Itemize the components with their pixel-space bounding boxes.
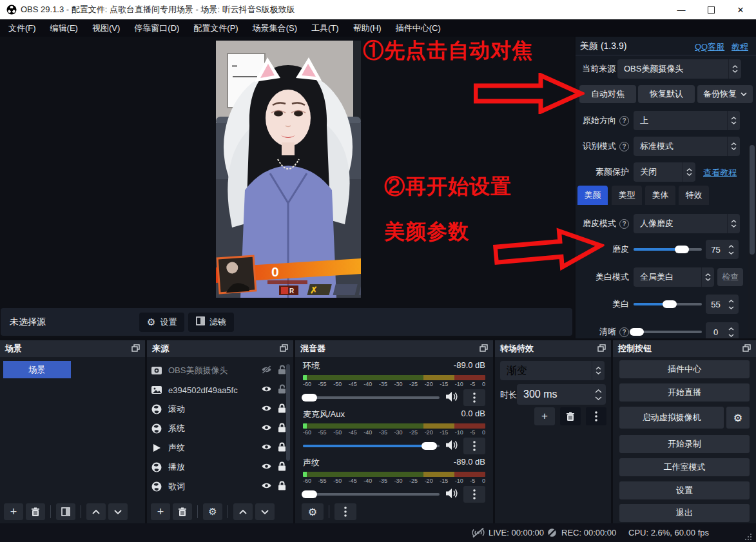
help-icon[interactable]: ? bbox=[619, 219, 629, 229]
source-row[interactable]: 系统 bbox=[151, 419, 286, 438]
source-row[interactable]: e394502df49aa5fc bbox=[151, 380, 286, 400]
tab-effects[interactable]: 特效 bbox=[679, 186, 709, 205]
lock-closed-icon[interactable] bbox=[278, 403, 286, 415]
eye-icon[interactable] bbox=[261, 404, 272, 414]
remove-source-button[interactable] bbox=[173, 503, 192, 520]
duration-spinbox[interactable]: 300 ms bbox=[517, 384, 606, 405]
orientation-select[interactable]: 上 bbox=[634, 111, 740, 130]
whiten-mode-select[interactable]: 全局美白 bbox=[634, 267, 714, 287]
menu-view[interactable]: 视图(V) bbox=[85, 19, 127, 37]
whiten-spinbox[interactable]: 55 bbox=[706, 295, 739, 314]
popout-icon[interactable] bbox=[597, 344, 606, 354]
source-properties-button[interactable]: ⚙ bbox=[203, 503, 222, 520]
mixer-settings-button[interactable]: ⚙ bbox=[302, 503, 324, 520]
volume-slider[interactable] bbox=[303, 442, 440, 450]
speaker-icon[interactable] bbox=[445, 488, 458, 501]
scene-filters-button[interactable] bbox=[56, 503, 75, 520]
close-button[interactable]: ✕ bbox=[726, 0, 755, 19]
resize-grip[interactable] bbox=[744, 527, 752, 542]
view-tutorial-link[interactable]: 查看教程 bbox=[703, 167, 737, 179]
eye-icon[interactable] bbox=[261, 462, 272, 472]
lock-closed-icon[interactable] bbox=[278, 423, 286, 434]
volume-slider[interactable] bbox=[303, 394, 440, 402]
popout-icon[interactable] bbox=[280, 344, 288, 354]
eye-slash-icon[interactable] bbox=[261, 365, 272, 376]
lock-open-icon[interactable] bbox=[278, 384, 286, 396]
minimize-button[interactable]: — bbox=[666, 0, 696, 19]
speaker-icon[interactable] bbox=[445, 391, 458, 405]
lock-open-icon[interactable] bbox=[278, 365, 286, 376]
menu-profile[interactable]: 配置文件(P) bbox=[186, 19, 245, 37]
move-source-down-button[interactable] bbox=[255, 503, 275, 520]
start-recording-button[interactable]: 开始录制 bbox=[619, 435, 750, 453]
properties-button[interactable]: ⚙ 设置 bbox=[139, 313, 184, 332]
move-source-up-button[interactable] bbox=[233, 503, 253, 520]
menu-file[interactable]: 文件(F) bbox=[1, 19, 43, 37]
source-row[interactable]: 歌词 bbox=[151, 477, 286, 496]
smooth-mode-select[interactable]: 人像磨皮 bbox=[634, 214, 740, 233]
add-source-button[interactable]: + bbox=[151, 503, 170, 520]
bare-face-protect-select[interactable]: 关闭 bbox=[634, 162, 695, 182]
beauty-scrollbar[interactable] bbox=[748, 145, 756, 338]
menu-scene-collection[interactable]: 场景集合(S) bbox=[246, 19, 304, 37]
help-icon[interactable]: ? bbox=[619, 116, 629, 126]
autofocus-button[interactable]: 自动对焦 bbox=[579, 85, 636, 103]
backup-restore-button[interactable]: 备份恢复 bbox=[697, 85, 753, 103]
start-streaming-button[interactable]: 开始直播 bbox=[619, 383, 750, 402]
tab-reshape[interactable]: 美型 bbox=[612, 186, 642, 205]
start-virtual-camera-button[interactable]: 启动虚拟摄像机 bbox=[619, 407, 724, 429]
add-transition-button[interactable]: + bbox=[534, 407, 555, 425]
studio-mode-button[interactable]: 工作室模式 bbox=[619, 458, 750, 476]
lock-closed-icon[interactable] bbox=[278, 461, 286, 473]
move-scene-down-button[interactable] bbox=[108, 503, 128, 520]
mixer-menu-button[interactable] bbox=[334, 503, 356, 520]
sources-scrollbar-thumb[interactable] bbox=[286, 364, 290, 461]
eye-icon[interactable] bbox=[261, 443, 272, 453]
clarity-spinbox[interactable]: 0 bbox=[706, 322, 739, 338]
source-row[interactable]: OBS美颜摄像头 bbox=[151, 361, 286, 380]
tutorial-link[interactable]: 教程 bbox=[732, 41, 748, 53]
add-scene-button[interactable]: + bbox=[4, 503, 23, 520]
eye-icon[interactable] bbox=[261, 423, 272, 434]
eye-icon[interactable] bbox=[261, 481, 272, 492]
channel-menu-button[interactable] bbox=[463, 438, 485, 454]
popout-icon[interactable] bbox=[742, 344, 751, 354]
source-row[interactable]: 声纹 bbox=[151, 438, 286, 458]
remove-transition-button[interactable] bbox=[560, 407, 581, 425]
transition-menu-button[interactable] bbox=[586, 407, 606, 425]
menu-plugin-center[interactable]: 插件中心(C) bbox=[389, 19, 448, 37]
help-icon[interactable]: ? bbox=[619, 142, 629, 151]
qq-support-link[interactable]: QQ客服 bbox=[695, 41, 724, 53]
channel-menu-button[interactable] bbox=[463, 389, 485, 406]
lock-closed-icon[interactable] bbox=[278, 442, 286, 454]
speaker-icon[interactable] bbox=[445, 440, 458, 453]
popout-icon[interactable] bbox=[480, 344, 488, 354]
clarity-slider[interactable] bbox=[634, 328, 702, 336]
scrollbar-thumb[interactable] bbox=[750, 145, 755, 255]
tab-beauty[interactable]: 美颜 bbox=[577, 186, 608, 205]
spinner-icon[interactable] bbox=[728, 59, 741, 79]
filters-button[interactable]: 滤镜 bbox=[188, 313, 234, 332]
current-source-select[interactable]: OBS美颜摄像头 bbox=[617, 59, 741, 79]
channel-menu-button[interactable] bbox=[463, 486, 485, 503]
restore-default-button[interactable]: 恢复默认 bbox=[638, 85, 695, 103]
exit-button[interactable]: 退出 bbox=[619, 504, 750, 522]
volume-slider[interactable] bbox=[303, 490, 440, 498]
whiten-slider[interactable] bbox=[634, 300, 702, 308]
recognition-mode-select[interactable]: 标准模式 bbox=[634, 137, 740, 156]
source-row[interactable]: 滚动 bbox=[151, 400, 286, 419]
help-icon[interactable]: ? bbox=[619, 327, 629, 337]
menu-help[interactable]: 帮助(H) bbox=[346, 19, 389, 37]
eye-icon[interactable] bbox=[261, 385, 272, 395]
move-scene-up-button[interactable] bbox=[86, 503, 106, 520]
source-row[interactable]: 播放 bbox=[151, 458, 286, 477]
menu-docks[interactable]: 停靠窗口(D) bbox=[127, 19, 186, 37]
maximize-button[interactable] bbox=[696, 0, 726, 19]
scene-item-selected[interactable]: 场景 bbox=[3, 361, 71, 378]
tab-body[interactable]: 美体 bbox=[645, 186, 675, 205]
menu-edit[interactable]: 编辑(E) bbox=[43, 19, 85, 37]
plugin-center-button[interactable]: 插件中心 bbox=[619, 360, 750, 378]
virtual-camera-settings-button[interactable]: ⚙ bbox=[726, 407, 750, 429]
smooth-slider[interactable] bbox=[634, 246, 702, 253]
lock-closed-icon[interactable] bbox=[278, 481, 286, 492]
